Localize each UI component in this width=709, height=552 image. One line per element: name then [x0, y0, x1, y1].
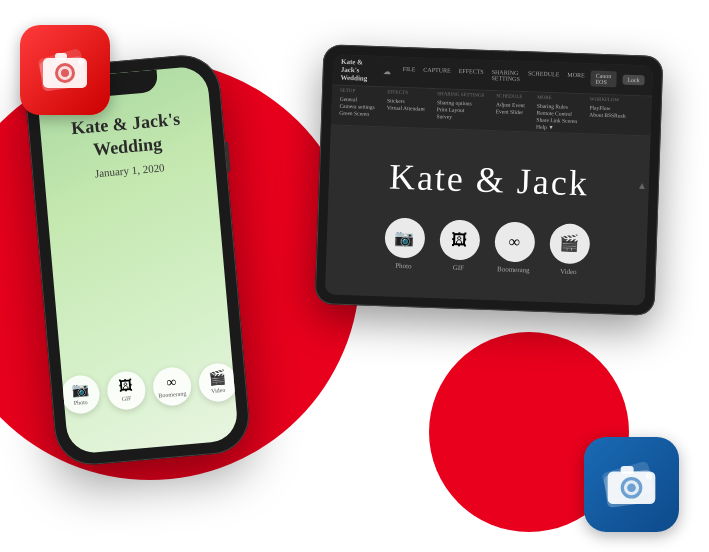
menu-file[interactable]: FILE: [402, 66, 415, 78]
phone-btn-gif[interactable]: 🖼 GIF: [105, 370, 146, 411]
submenu-col-schedule: SCHEDULE Adjust Event Event Slider: [495, 93, 525, 129]
menu-capture[interactable]: CAPTURE: [423, 67, 451, 80]
tablet-gif-icon: 🖼: [451, 230, 468, 249]
cloud-icon: ☁: [383, 67, 391, 76]
phone-event-date: January 1, 2020: [94, 161, 165, 179]
submenu-effects-header: EFFECTS: [387, 89, 425, 95]
tablet-menu-title: Kate & Jack's Wedding: [340, 58, 374, 83]
submenu-virtual-attendant[interactable]: Virtual Attendant: [387, 104, 425, 111]
phone-btn-video[interactable]: 🎬 Video: [197, 362, 238, 403]
app-icon-left[interactable]: [20, 25, 110, 115]
tablet-btn-gif[interactable]: 🖼 GIF: [438, 219, 480, 272]
tablet-btn-boomerang[interactable]: ∞ Boomerang: [493, 221, 535, 274]
menu-more[interactable]: MORE: [567, 72, 585, 85]
tablet-boomerang-icon: ∞: [508, 232, 520, 250]
submenu-event-slider[interactable]: Event Slider: [496, 108, 525, 115]
submenu-col-effects: EFFECTS Stickers Virtual Attendant: [386, 89, 425, 125]
menu-effects[interactable]: EFFECTS: [458, 68, 483, 81]
submenu-adjust-event[interactable]: Adjust Event: [496, 101, 525, 108]
tablet-video-label: Video: [560, 267, 577, 276]
phone-action-buttons: 📷 Photo 🖼 GIF ∞ Boomerang 🎬 Video: [59, 362, 238, 415]
video-label: Video: [211, 387, 226, 394]
submenu-schedule-header: SCHEDULE: [496, 93, 525, 99]
submenu-more-header: MORE: [537, 95, 578, 101]
submenu-about[interactable]: About BSSRush: [589, 111, 625, 118]
tablet-mockup: Kate & Jack's Wedding ☁ FILE CAPTURE EFF…: [315, 44, 664, 316]
app-icon-right[interactable]: [584, 437, 679, 532]
submenu-col-playflow: WORKFLOW PlayFlow About BSSRush: [589, 96, 626, 132]
submenu-general[interactable]: General: [340, 96, 375, 103]
submenu-col-more: MORE Sharing Rules Remote Control Share …: [536, 95, 578, 131]
tablet-menu-items: FILE CAPTURE EFFECTS SHARING SETTINGS SC…: [402, 66, 584, 84]
submenu-playflow-header: WORKFLOW: [590, 96, 626, 102]
submenu-general-header: SETUP: [340, 88, 375, 94]
menu-sharing[interactable]: SHARING SETTINGS: [491, 69, 520, 82]
photo-label: Photo: [73, 399, 87, 406]
lock-button[interactable]: Lock: [622, 75, 645, 86]
tablet-action-buttons: 📷 Photo 🖼 GIF ∞ Boomerang: [383, 217, 590, 276]
gif-icon: 🖼: [118, 379, 133, 394]
submenu-help[interactable]: Help ▼: [536, 124, 577, 131]
camera-icon-red: [35, 40, 95, 100]
submenu-sharing-header: SHARING SETTINGS: [437, 91, 484, 98]
menu-schedule[interactable]: SCHEDULE: [528, 70, 560, 83]
submenu-survey[interactable]: Survey: [436, 113, 483, 121]
submenu-camera-settings[interactable]: Camera settings: [339, 103, 374, 110]
tablet-photo-icon: 📷: [394, 228, 415, 248]
tablet-menu-right: Canon EOS Lock: [590, 70, 645, 88]
phone-btn-photo[interactable]: 📷 Photo: [59, 374, 100, 415]
gif-label: GIF: [121, 395, 131, 402]
tablet-gif-label: GIF: [453, 263, 465, 271]
tablet-event-title: Kate & Jack: [388, 155, 589, 204]
camera-selector[interactable]: Canon EOS: [590, 70, 616, 87]
photo-icon: 📷: [71, 383, 89, 398]
boomerang-label: Boomerang: [158, 390, 186, 398]
video-icon: 🎬: [208, 371, 226, 386]
submenu-col-sharing: SHARING SETTINGS Sharing options Print L…: [436, 91, 484, 128]
tablet-boomerang-label: Boomerang: [497, 265, 530, 274]
phone-btn-boomerang[interactable]: ∞ Boomerang: [151, 366, 192, 407]
tablet-photo-label: Photo: [395, 261, 412, 270]
tablet-content: Kate & Jack 📷 Photo 🖼 GIF: [325, 125, 651, 305]
submenu-green-screen[interactable]: Green Screen: [339, 110, 374, 117]
tablet-btn-photo[interactable]: 📷 Photo: [383, 217, 425, 270]
camera-icon-blue: [599, 452, 664, 517]
submenu-playflow[interactable]: PlayFlow: [589, 104, 625, 111]
tablet-btn-video[interactable]: 🎬 Video: [548, 223, 590, 276]
tablet-video-icon: 🎬: [559, 233, 580, 253]
boomerang-icon: ∞: [166, 375, 177, 390]
tablet-chevron-up[interactable]: ▲: [637, 180, 647, 191]
submenu-col-general: SETUP General Camera settings Green Scre…: [339, 88, 375, 124]
